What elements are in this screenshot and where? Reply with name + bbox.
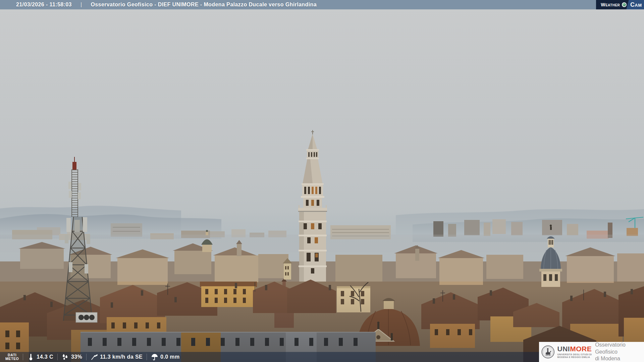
- university-subtitle: UNIVERSITÀ DEGLI STUDI DI MODENA E REGGI…: [557, 353, 592, 359]
- wind-value: 11.3 km/h da SE: [100, 354, 143, 360]
- observatory-name: Osservatorio Geofisico di Modena: [595, 342, 642, 362]
- weathercam-globe-icon: [622, 2, 627, 7]
- unimore-wordmark: UNIMORE UNIVERSITÀ DEGLI STUDI DI MODENA…: [557, 345, 592, 359]
- unimore-seal: [541, 343, 555, 361]
- weathercam-logo: Weather Cam: [596, 0, 644, 9]
- divider: [57, 354, 58, 360]
- divider: [86, 354, 87, 360]
- humidity-drops-icon: [62, 353, 69, 361]
- umbrella-icon: [151, 353, 158, 361]
- title-bar: 21/03/2026 - 11:58:03 | Osservatorio Geo…: [0, 0, 644, 9]
- brand-more: MORE: [570, 345, 592, 353]
- divider: [23, 354, 23, 360]
- weathercam-word2: Cam: [630, 1, 642, 8]
- city-panorama: [0, 0, 644, 362]
- weathercam-word1: Weather: [601, 2, 620, 7]
- weather-data-label: DATI METEO: [5, 353, 19, 361]
- brand-uni: UNI: [557, 345, 570, 353]
- unimore-credit-card: UNIMORE UNIVERSITÀ DEGLI STUDI DI MODENA…: [539, 342, 644, 362]
- divider: [147, 354, 147, 360]
- webcam-frame: 21/03/2026 - 11:58:03 | Osservatorio Geo…: [0, 0, 644, 362]
- camera-title: Osservatorio Geofisico - DIEF UNIMORE - …: [91, 2, 317, 8]
- rain-value: 0.0 mm: [160, 354, 180, 360]
- divider: |: [80, 2, 82, 8]
- timestamp: 21/03/2026 - 11:58:03: [16, 2, 72, 8]
- temperature-value: 14.3 C: [37, 354, 53, 360]
- wind-reading: 11.3 km/h da SE: [91, 353, 143, 361]
- humidity-value: 33%: [71, 354, 82, 360]
- windsock-icon: [91, 353, 98, 361]
- rain-reading: 0.0 mm: [151, 353, 180, 361]
- temperature-reading: 14.3 C: [27, 353, 53, 361]
- thermometer-icon: [27, 353, 35, 361]
- humidity-reading: 33%: [62, 353, 82, 361]
